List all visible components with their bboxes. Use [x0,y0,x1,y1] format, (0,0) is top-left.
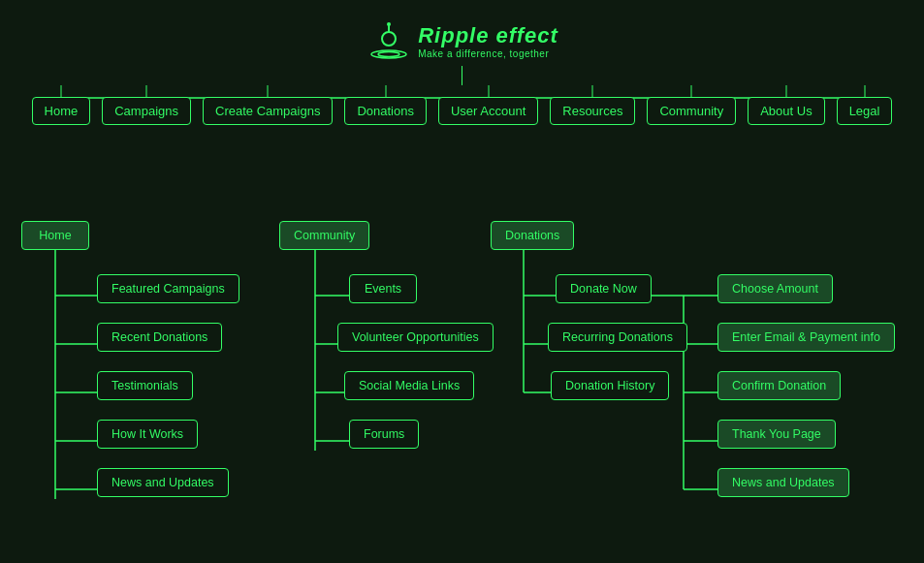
tree-choose-amount[interactable]: Choose Amount [717,274,833,303]
logo-area: Ripple effect Make a difference, togethe… [0,0,924,64]
nav-donations[interactable]: Donations [344,97,427,125]
logo-icon [366,17,412,64]
nav-community[interactable]: Community [647,97,736,125]
tree-forums[interactable]: Forums [349,420,419,449]
nav-user-account[interactable]: User Account [438,97,538,125]
logo-main-text: Ripple effect [418,23,558,48]
nav-create-campaigns[interactable]: Create Campaigns [203,97,333,125]
tree-volunteer[interactable]: Volunteer Opportunities [337,323,494,352]
tree-featured-campaigns[interactable]: Featured Campaigns [97,274,239,303]
tree-confirm-donation[interactable]: Confirm Donation [717,371,841,400]
logo-sub-text: Make a difference, together [418,48,558,59]
nav-about-us[interactable]: About Us [748,97,824,125]
tree-events[interactable]: Events [349,274,417,303]
svg-point-1 [378,52,399,57]
tree-thank-you-page[interactable]: Thank You Page [717,420,836,449]
logo-connector-line [462,66,462,85]
nav-resources[interactable]: Resources [550,97,635,125]
top-nav-section: Home Campaigns Create Campaigns Donation… [0,97,924,125]
tree-recurring-donations[interactable]: Recurring Donations [548,323,687,352]
logo-wrapper: Ripple effect Make a difference, togethe… [366,17,558,64]
svg-point-4 [387,22,391,26]
logo-text-group: Ripple effect Make a difference, togethe… [418,23,558,59]
tree-social-media[interactable]: Social Media Links [344,371,474,400]
svg-point-2 [382,32,396,46]
nav-campaigns[interactable]: Campaigns [102,97,191,125]
tree-testimonials[interactable]: Testimonials [97,371,193,400]
tree-root-community[interactable]: Community [279,221,369,250]
tree-root-home[interactable]: Home [21,221,89,250]
tree-how-it-works[interactable]: How It Works [97,420,198,449]
top-nav-row: Home Campaigns Create Campaigns Donation… [0,97,924,125]
tree-donation-history[interactable]: Donation History [551,371,669,400]
tree-news-updates-home[interactable]: News and Updates [97,468,229,497]
tree-root-donations[interactable]: Donations [491,221,574,250]
tree-news-updates-donate[interactable]: News and Updates [717,468,849,497]
tree-enter-email-payment[interactable]: Enter Email & Payment info [717,323,895,352]
tree-donate-now[interactable]: Donate Now [556,274,652,303]
nav-home[interactable]: Home [32,97,91,125]
tree-section: Home Community Donations Featured Campai… [0,194,924,563]
tree-recent-donations[interactable]: Recent Donations [97,323,222,352]
nav-legal[interactable]: Legal [837,97,893,125]
